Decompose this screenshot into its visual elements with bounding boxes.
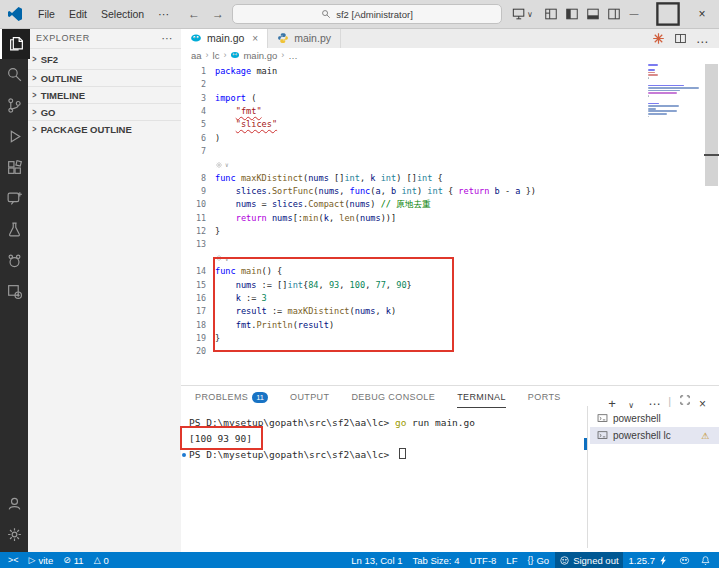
launch-profile-dropdown-icon[interactable]: ∨: [628, 394, 640, 406]
maximize-button[interactable]: [651, 0, 685, 28]
more-actions-icon[interactable]: ⋯: [648, 394, 660, 406]
desktop-dropdown-icon[interactable]: ∨: [512, 7, 533, 21]
sidebar-section-package-outline[interactable]: >PACKAGE OUTLINE: [28, 120, 181, 137]
code-editor[interactable]: 1package main23import (4 "fmt"5 "slices"…: [181, 62, 719, 385]
status-language-mode[interactable]: {}Go: [523, 552, 553, 568]
terminal-item-powershell-lc[interactable]: powershell lc⚠: [590, 427, 719, 444]
activity-extensions[interactable]: [0, 152, 28, 183]
line-number: 12: [181, 225, 215, 238]
breadcrumb-item-lc[interactable]: lc: [213, 50, 220, 61]
activity-testing[interactable]: [0, 214, 28, 245]
run-code-icon[interactable]: [652, 32, 665, 45]
code-line[interactable]: 19}: [181, 332, 647, 345]
activity-search[interactable]: [0, 59, 28, 90]
menu-more[interactable]: ⋯: [151, 5, 176, 23]
code-line[interactable]: 4 "fmt": [181, 105, 647, 118]
status-problems-errors[interactable]: ⊘11: [59, 552, 87, 568]
code-line[interactable]: 2: [181, 78, 647, 91]
minimize-button[interactable]: —: [617, 0, 651, 28]
terminal-output[interactable]: PS D:\mysetup\gopath\src\sf2\aa\lc> go r…: [181, 410, 594, 552]
maximize-panel-icon[interactable]: [679, 394, 691, 406]
activity-containers[interactable]: [0, 276, 28, 307]
status-problems-warnings[interactable]: △0: [90, 552, 113, 568]
status-eol[interactable]: LF: [502, 552, 521, 568]
tab-main-py[interactable]: main.py: [268, 28, 341, 48]
status-run-task-vite[interactable]: ▷vite: [25, 552, 58, 568]
status-go-version[interactable]: 1.25.7: [625, 552, 673, 568]
status-remote-indicator[interactable]: ><: [4, 552, 23, 568]
activity-go-explorer[interactable]: [0, 245, 28, 276]
sidebar-section-timeline[interactable]: >TIMELINE: [28, 86, 181, 103]
code-line[interactable]: 12}: [181, 225, 647, 238]
active-terminal-indicator: [584, 438, 587, 450]
panel-tab-debug-console[interactable]: DEBUG CONSOLE: [351, 387, 435, 408]
code-line[interactable]: 9 slices.SortFunc(nums, func(a, b int) i…: [181, 185, 647, 198]
new-terminal-icon[interactable]: +: [608, 394, 620, 406]
code-line[interactable]: 15 nums := []int{84, 93, 100, 77, 90}: [181, 279, 647, 292]
code-line[interactable]: 17 result := maxKDistinct(nums, k): [181, 305, 647, 318]
code-line[interactable]: 13: [181, 238, 647, 251]
sidebar-section-sf2[interactable]: >SF2: [28, 48, 181, 69]
activity-source-control[interactable]: [0, 90, 28, 121]
run-gear-icon[interactable]: [215, 254, 223, 262]
minimap[interactable]: [648, 64, 702, 121]
sidebar-section-go[interactable]: >GO: [28, 103, 181, 120]
status-signed-out[interactable]: Signed out: [555, 552, 622, 568]
scrollbar-thumb[interactable]: [705, 64, 718, 186]
code-line[interactable]: 10 nums = slices.Compact(nums) // 原地去重: [181, 198, 647, 211]
activity-chat[interactable]: [0, 183, 28, 214]
go-file-icon: [190, 32, 202, 44]
code-line[interactable]: 1package main: [181, 65, 647, 78]
status-indentation[interactable]: Tab Size: 4: [408, 552, 463, 568]
close-panel-icon[interactable]: ×: [699, 394, 711, 406]
tab-main-go[interactable]: main.go×: [181, 28, 268, 48]
line-number: 15: [181, 279, 215, 292]
code-line[interactable]: 16 k := 3: [181, 292, 647, 305]
status-notifications[interactable]: [696, 552, 715, 568]
status-go-status[interactable]: [675, 552, 694, 568]
toggle-primary-sidebar-icon[interactable]: [565, 7, 579, 21]
panel-tab-problems[interactable]: PROBLEMS11: [195, 387, 268, 408]
menu-selection[interactable]: Selection: [94, 5, 151, 23]
activity-settings[interactable]: [0, 519, 28, 550]
terminal-item-powershell[interactable]: powershell: [590, 410, 719, 427]
menu-file[interactable]: File: [31, 5, 62, 23]
editor-scrollbar[interactable]: [704, 62, 719, 385]
panel-tab-ports[interactable]: PORTS: [528, 387, 561, 408]
breadcrumb-item-more[interactable]: …: [288, 50, 298, 61]
code-line[interactable]: 11 return nums[:min(k, len(nums))]: [181, 212, 647, 225]
code-line[interactable]: 14func main() {: [181, 265, 647, 278]
code-line[interactable]: 5 "slices": [181, 118, 647, 131]
toggle-panel-icon[interactable]: [586, 7, 600, 21]
split-editor-icon[interactable]: [674, 32, 687, 45]
status-encoding[interactable]: UTF-8: [465, 552, 500, 568]
code-line[interactable]: 3import (: [181, 92, 647, 105]
forward-icon[interactable]: →: [212, 7, 224, 21]
menu-edit[interactable]: Edit: [62, 5, 94, 23]
close-button[interactable]: ×: [685, 0, 719, 28]
code-line[interactable]: 8func maxKDistinct(nums []int, k int) []…: [181, 172, 647, 185]
sidebar-section-outline[interactable]: >OUTLINE: [28, 69, 181, 86]
line-number: 1: [181, 65, 215, 78]
code-line[interactable]: 20: [181, 345, 647, 358]
command-center-search[interactable]: sf2 [Administrator]: [232, 4, 502, 24]
panel-tab-terminal[interactable]: TERMINAL: [457, 386, 506, 408]
code-line[interactable]: 18 fmt.Println(result): [181, 319, 647, 332]
run-gear-icon[interactable]: [215, 161, 223, 169]
activity-explorer[interactable]: [0, 28, 30, 59]
close-tab-icon[interactable]: ×: [252, 33, 258, 44]
status-cursor-position[interactable]: Ln 13, Col 1: [347, 552, 406, 568]
more-actions-icon[interactable]: ⋯: [696, 32, 709, 45]
back-icon[interactable]: ←: [188, 7, 200, 21]
customize-layout-icon[interactable]: [544, 7, 558, 21]
command-decoration-dot[interactable]: [182, 453, 186, 457]
activity-run-and-debug[interactable]: [0, 121, 28, 152]
breadcrumb[interactable]: aa›lc›main.go›…: [181, 48, 719, 62]
sidebar-more-icon[interactable]: ⋯: [161, 32, 173, 45]
activity-accounts[interactable]: [0, 488, 28, 519]
breadcrumb-item-main-go[interactable]: main.go: [230, 50, 277, 61]
panel-tab-output[interactable]: OUTPUT: [290, 387, 329, 408]
code-line[interactable]: 7: [181, 145, 647, 158]
breadcrumb-item-aa[interactable]: aa: [191, 50, 202, 61]
code-line[interactable]: 6): [181, 132, 647, 145]
